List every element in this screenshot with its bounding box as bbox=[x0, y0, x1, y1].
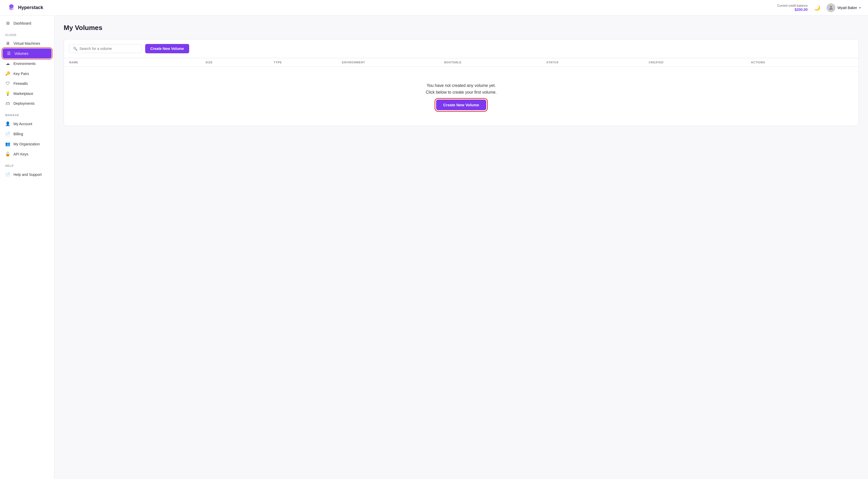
sidebar-item-label: Marketplace bbox=[13, 92, 33, 96]
col-type: TYPE bbox=[274, 61, 342, 64]
col-size: SIZE bbox=[206, 61, 274, 64]
volumes-icon: ☰ bbox=[6, 51, 11, 56]
virtual-machines-icon: 🖥 bbox=[5, 41, 10, 46]
sidebar-item-deployments[interactable]: 🗃 Deployments bbox=[0, 99, 54, 108]
sidebar: ⊞ Dashboard CLOUD 🖥 Virtual Machines ☰ V… bbox=[0, 15, 54, 479]
section-help-label: HELP bbox=[0, 159, 54, 169]
credit-amount: $200.00 bbox=[777, 7, 808, 12]
search-wrap: 🔍 bbox=[69, 44, 142, 53]
environments-icon: ☁ bbox=[5, 61, 10, 66]
sidebar-item-label: Volumes bbox=[14, 52, 28, 56]
page-title: My Volumes bbox=[64, 24, 859, 32]
sidebar-item-firewalls[interactable]: 🛡 Firewalls bbox=[0, 78, 54, 89]
sidebar-item-label: Firewalls bbox=[13, 82, 28, 86]
create-new-volume-button-empty[interactable]: Create New Volume bbox=[436, 100, 487, 110]
chevron-down-icon: ▾ bbox=[859, 6, 861, 9]
sidebar-item-my-organization[interactable]: 👥 My Organization bbox=[0, 139, 54, 149]
topnav: Hyperstack Current credit balance $200.0… bbox=[0, 0, 868, 15]
create-new-volume-button-top[interactable]: Create New Volume bbox=[145, 44, 189, 53]
sidebar-item-label: Deployments bbox=[13, 101, 35, 105]
sidebar-item-label: Key Pairs bbox=[13, 72, 29, 76]
svg-point-0 bbox=[830, 6, 832, 7]
col-name: NAME bbox=[69, 61, 206, 64]
sidebar-item-help-support[interactable]: 📄 Help and Support bbox=[0, 169, 54, 180]
help-support-icon: 📄 bbox=[5, 172, 10, 177]
sidebar-item-billing[interactable]: 📄 Billing bbox=[0, 129, 54, 139]
section-cloud-label: CLOUD bbox=[0, 28, 54, 38]
user-name: Wyatt Baker bbox=[837, 6, 857, 10]
topnav-right: Current credit balance $200.00 🌙 Wyatt B… bbox=[777, 3, 861, 12]
dashboard-icon: ⊞ bbox=[5, 21, 10, 26]
col-actions: ACTIONS bbox=[751, 61, 853, 64]
sidebar-item-key-pairs[interactable]: 🔑 Key Pairs bbox=[0, 68, 54, 78]
api-keys-icon: 🔓 bbox=[5, 152, 10, 157]
sidebar-item-label: Billing bbox=[13, 132, 23, 136]
user-area[interactable]: Wyatt Baker ▾ bbox=[827, 3, 861, 12]
sidebar-item-label: My Organization bbox=[13, 142, 40, 146]
sidebar-item-label: Dashboard bbox=[13, 21, 31, 25]
volumes-card: 🔍 Create New Volume NAME SIZE TYPE ENVIR… bbox=[64, 39, 859, 126]
theme-toggle-icon[interactable]: 🌙 bbox=[814, 5, 820, 11]
sidebar-item-label: My Account bbox=[13, 122, 32, 126]
logo-icon bbox=[7, 4, 16, 12]
search-icon: 🔍 bbox=[73, 46, 78, 51]
logo-area: Hyperstack bbox=[7, 4, 43, 12]
empty-state: You have not created any volume yet. Cli… bbox=[64, 67, 859, 126]
my-organization-icon: 👥 bbox=[5, 141, 10, 147]
empty-state-text: You have not created any volume yet. Cli… bbox=[426, 82, 497, 95]
col-environment: ENVIRONMENT bbox=[342, 61, 444, 64]
billing-icon: 📄 bbox=[5, 131, 10, 136]
firewalls-icon: 🛡 bbox=[5, 81, 10, 86]
key-pairs-icon: 🔑 bbox=[5, 71, 10, 76]
search-input[interactable] bbox=[80, 46, 138, 51]
sidebar-item-label: API Keys bbox=[13, 152, 28, 156]
sidebar-item-label: Environments bbox=[13, 62, 36, 66]
sidebar-item-environments[interactable]: ☁ Environments bbox=[0, 59, 54, 68]
sidebar-item-virtual-machines[interactable]: 🖥 Virtual Machines bbox=[0, 38, 54, 49]
sidebar-item-dashboard[interactable]: ⊞ Dashboard bbox=[0, 18, 54, 28]
sidebar-item-label: Virtual Machines bbox=[13, 41, 40, 45]
logo-text: Hyperstack bbox=[18, 5, 43, 10]
avatar bbox=[827, 3, 835, 12]
my-account-icon: 👤 bbox=[5, 121, 10, 126]
section-manage-label: MANAGE bbox=[0, 108, 54, 119]
sidebar-item-label: Help and Support bbox=[13, 172, 42, 177]
card-toolbar: 🔍 Create New Volume bbox=[64, 39, 859, 58]
credit-area: Current credit balance $200.00 bbox=[777, 4, 808, 12]
sidebar-item-api-keys[interactable]: 🔓 API Keys bbox=[0, 149, 54, 159]
main-content: My Volumes 🔍 Create New Volume NAME SIZE… bbox=[54, 15, 868, 479]
deployments-icon: 🗃 bbox=[5, 101, 10, 106]
sidebar-item-volumes[interactable]: ☰ Volumes bbox=[3, 49, 52, 59]
credit-label: Current credit balance bbox=[777, 4, 808, 7]
marketplace-icon: 💡 bbox=[5, 91, 10, 96]
table-header: NAME SIZE TYPE ENVIRONMENT BOOTABLE STAT… bbox=[64, 58, 859, 67]
col-created: CREATED bbox=[649, 61, 751, 64]
sidebar-item-marketplace[interactable]: 💡 Marketplace bbox=[0, 89, 54, 99]
col-bootable: BOOTABLE bbox=[444, 61, 546, 64]
sidebar-item-my-account[interactable]: 👤 My Account bbox=[0, 119, 54, 129]
col-status: STATUS bbox=[546, 61, 649, 64]
